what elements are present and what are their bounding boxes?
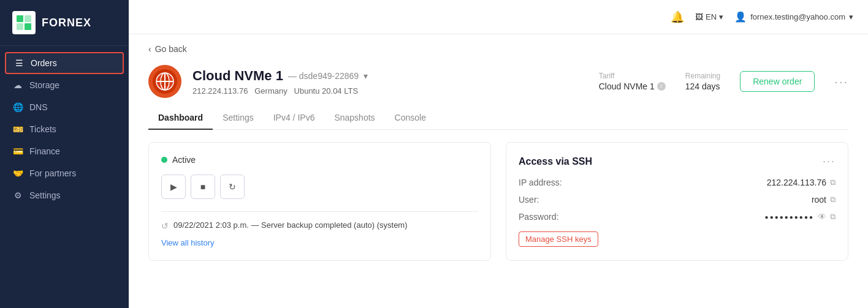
status-row: Active bbox=[161, 155, 478, 165]
sidebar-item-partners[interactable]: 🤝 For partners bbox=[0, 162, 129, 184]
dns-icon: 🌐 bbox=[12, 102, 23, 112]
settings-icon: ⚙ bbox=[12, 190, 23, 200]
language-label: EN bbox=[706, 12, 717, 21]
server-id: — dsde949-22869 bbox=[288, 71, 359, 81]
server-country: Germany bbox=[254, 86, 287, 96]
orders-icon: ☰ bbox=[13, 58, 25, 68]
sidebar: FORNEX ☰ Orders ☁ Storage 🌐 DNS 🎫 Ticket… bbox=[0, 0, 129, 308]
sidebar-item-tickets[interactable]: 🎫 Tickets bbox=[0, 118, 129, 140]
server-name: Cloud NVMe 1 bbox=[192, 68, 283, 84]
sidebar-nav: ☰ Orders ☁ Storage 🌐 DNS 🎫 Tickets 💳 Fin… bbox=[0, 46, 129, 308]
remaining-block: Remaining 124 days bbox=[685, 72, 720, 91]
ssh-password-row: Password: ●●●●●●●●●● 👁 ⧉ bbox=[519, 212, 836, 222]
tab-snapshots[interactable]: Snapshots bbox=[324, 107, 384, 130]
ip-label: IP address: bbox=[519, 178, 562, 187]
page-content: ‹ Go back Cloud NVMe 1 — bbox=[129, 34, 868, 308]
language-selector[interactable]: 🖼 EN ▾ bbox=[695, 12, 723, 21]
right-header: Access via SSH ··· bbox=[519, 155, 836, 168]
stop-button[interactable]: ■ bbox=[191, 175, 215, 199]
sidebar-item-dns-label: DNS bbox=[29, 102, 48, 112]
server-id-value: dsde949-22869 bbox=[299, 71, 359, 81]
status-dot bbox=[161, 157, 167, 163]
sidebar-item-storage[interactable]: ☁ Storage bbox=[0, 74, 129, 96]
left-panel: Active ▶ ■ ↻ ↺ 09/22/2021 2:03 p.m. — Se… bbox=[148, 142, 491, 261]
language-chevron: ▾ bbox=[719, 12, 723, 21]
tab-console[interactable]: Console bbox=[385, 107, 436, 130]
user-avatar-icon: 👤 bbox=[734, 11, 747, 23]
log-text: 09/22/2021 2:03 p.m. — Server backup com… bbox=[173, 220, 408, 230]
go-back-button[interactable]: ‹ Go back bbox=[148, 44, 848, 54]
tariff-label: Tariff bbox=[599, 72, 666, 80]
manage-ssh-keys-button[interactable]: Manage SSH keys bbox=[519, 231, 598, 247]
password-copy-icon[interactable]: ⧉ bbox=[830, 212, 836, 222]
sidebar-item-settings[interactable]: ⚙ Settings bbox=[0, 184, 129, 206]
password-label: Password: bbox=[519, 212, 558, 222]
ssh-title: Access via SSH bbox=[519, 156, 592, 167]
notification-icon[interactable]: 🔔 bbox=[671, 10, 684, 24]
user-menu[interactable]: 👤 fornex.testing@yahoo.com ▾ bbox=[734, 11, 853, 23]
ssh-ip-row: IP address: 212.224.113.76 ⧉ bbox=[519, 178, 836, 187]
user-email: fornex.testing@yahoo.com bbox=[750, 12, 845, 21]
ip-value: 212.224.113.76 bbox=[767, 178, 826, 187]
ip-copy-icon[interactable]: ⧉ bbox=[830, 178, 836, 187]
tariff-block: Tariff Cloud NVMe 1 i bbox=[599, 72, 666, 91]
sidebar-item-finance[interactable]: 💳 Finance bbox=[0, 140, 129, 162]
remaining-label: Remaining bbox=[685, 72, 720, 80]
log-history-icon: ↺ bbox=[161, 221, 169, 231]
server-avatar bbox=[148, 65, 181, 98]
status-text: Active bbox=[172, 155, 196, 165]
tariff-value: Cloud NVMe 1 i bbox=[599, 81, 666, 91]
server-os: Ubuntu 20.04 LTS bbox=[294, 86, 359, 96]
tab-ipv4ipv6[interactable]: IPv4 / IPv6 bbox=[264, 107, 325, 130]
action-buttons: ▶ ■ ↻ bbox=[161, 175, 478, 199]
svg-rect-0 bbox=[17, 15, 23, 22]
server-chevron-icon[interactable]: ▾ bbox=[364, 71, 368, 81]
svg-rect-2 bbox=[17, 23, 23, 30]
renew-order-button[interactable]: Renew order bbox=[740, 71, 815, 92]
view-all-history-link[interactable]: View all history bbox=[161, 238, 214, 247]
sidebar-item-orders-label: Orders bbox=[31, 58, 57, 68]
play-button[interactable]: ▶ bbox=[161, 175, 186, 199]
sidebar-logo: FORNEX bbox=[0, 0, 129, 46]
sidebar-item-finance-label: Finance bbox=[29, 146, 60, 156]
eye-icon[interactable]: 👁 bbox=[818, 212, 826, 222]
user-chevron: ▾ bbox=[849, 12, 853, 21]
server-ip: 212.224.113.76 bbox=[192, 86, 248, 96]
sidebar-item-tickets-label: Tickets bbox=[29, 124, 56, 134]
topbar: 🔔 🖼 EN ▾ 👤 fornex.testing@yahoo.com ▾ bbox=[129, 0, 868, 34]
ssh-user-row: User: root ⧉ bbox=[519, 195, 836, 205]
sidebar-item-partners-label: For partners bbox=[29, 168, 76, 178]
logo-text: FORNEX bbox=[42, 17, 91, 29]
password-value-group: ●●●●●●●●●● 👁 ⧉ bbox=[765, 212, 836, 222]
tab-dashboard[interactable]: Dashboard bbox=[148, 107, 213, 130]
sidebar-item-orders[interactable]: ☰ Orders bbox=[5, 52, 124, 74]
svg-rect-3 bbox=[25, 23, 31, 30]
server-title-row: Cloud NVMe 1 — dsde949-22869 ▾ bbox=[192, 68, 588, 84]
restart-button[interactable]: ↻ bbox=[220, 175, 245, 199]
right-panel: Access via SSH ··· IP address: 212.224.1… bbox=[506, 142, 848, 261]
partners-icon: 🤝 bbox=[12, 168, 23, 178]
log-row: ↺ 09/22/2021 2:03 p.m. — Server backup c… bbox=[161, 220, 478, 231]
ssh-more-button[interactable]: ··· bbox=[823, 155, 836, 168]
server-more-button[interactable]: ··· bbox=[834, 75, 848, 89]
password-dots: ●●●●●●●●●● bbox=[765, 214, 814, 220]
tariff-info-icon[interactable]: i bbox=[657, 82, 666, 91]
tabs-bar: Dashboard Settings IPv4 / IPv6 Snapshots… bbox=[148, 107, 848, 130]
server-right: Tariff Cloud NVMe 1 i Remaining 124 days… bbox=[599, 71, 848, 92]
svg-rect-1 bbox=[25, 15, 31, 22]
sidebar-item-dns[interactable]: 🌐 DNS bbox=[0, 96, 129, 118]
ip-value-group: 212.224.113.76 ⧉ bbox=[767, 178, 836, 187]
user-label: User: bbox=[519, 195, 539, 205]
back-arrow-icon: ‹ bbox=[148, 44, 151, 54]
divider bbox=[161, 211, 478, 212]
server-meta: 212.224.113.76 Germany Ubuntu 20.04 LTS bbox=[192, 86, 588, 96]
tab-settings[interactable]: Settings bbox=[213, 107, 264, 130]
sidebar-item-storage-label: Storage bbox=[29, 80, 59, 90]
storage-icon: ☁ bbox=[12, 80, 23, 90]
language-icon: 🖼 bbox=[695, 12, 703, 21]
remaining-value: 124 days bbox=[685, 81, 720, 91]
user-copy-icon[interactable]: ⧉ bbox=[830, 195, 836, 205]
finance-icon: 💳 bbox=[12, 146, 23, 156]
server-info: Cloud NVMe 1 — dsde949-22869 ▾ 212.224.1… bbox=[192, 68, 588, 96]
dashboard-columns: Active ▶ ■ ↻ ↺ 09/22/2021 2:03 p.m. — Se… bbox=[148, 142, 848, 261]
